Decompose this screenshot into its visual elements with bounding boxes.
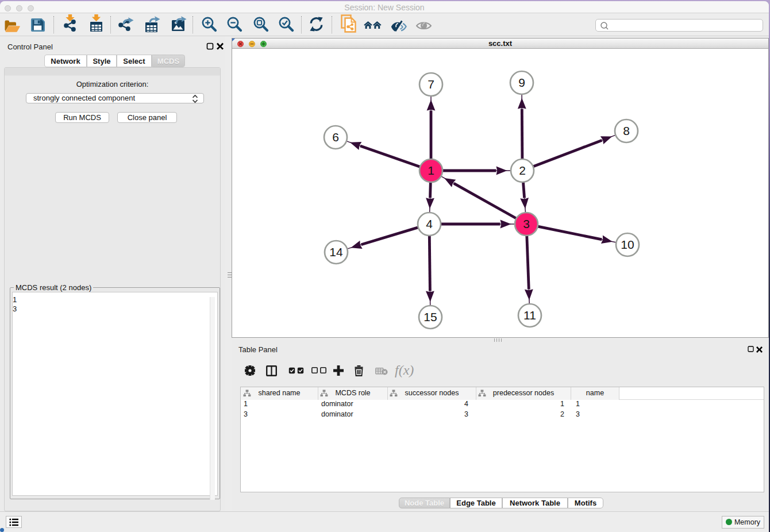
svg-text:9: 9 — [518, 76, 525, 89]
svg-text:1: 1 — [428, 164, 434, 177]
svg-text:11: 11 — [523, 309, 536, 322]
svg-text:14: 14 — [329, 245, 343, 259]
svg-text:10: 10 — [621, 238, 634, 251]
svg-text:3: 3 — [523, 217, 530, 230]
svg-text:4: 4 — [426, 217, 433, 230]
svg-text:6: 6 — [332, 130, 339, 144]
svg-text:2: 2 — [519, 164, 526, 177]
svg-text:8: 8 — [623, 124, 630, 137]
svg-text:15: 15 — [424, 310, 437, 323]
svg-text:7: 7 — [428, 78, 434, 91]
